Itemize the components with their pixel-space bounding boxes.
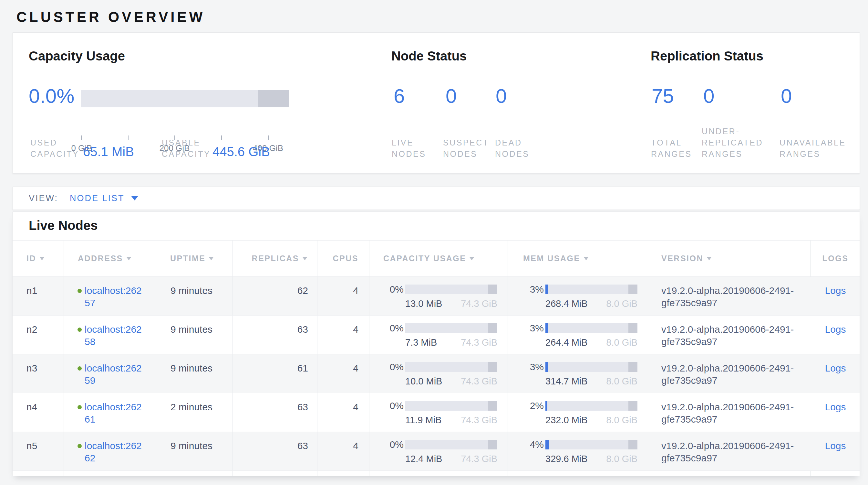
replication-status-title: Replication Status (651, 49, 764, 63)
node-version-cell: v19.2.0-alpha.20190606-2491-gfe735c9a97 (648, 393, 807, 432)
live-nodes-label: LIVE NODES (392, 137, 426, 160)
mem-usage-bar (546, 285, 638, 294)
node-mem-usage-cell: 3% 314.7 MiB 8.0 GiB (508, 354, 648, 393)
capacity-used-value: 7.3 MiB (405, 337, 437, 348)
mem-used-value: 268.4 MiB (546, 298, 588, 309)
node-cpus-cell: 4 (317, 316, 369, 354)
mem-used-value: 314.7 MiB (546, 376, 588, 387)
table-row: n2 localhost:26258 9 minutes 63 4 0% 7.3… (12, 316, 860, 354)
column-header-id[interactable]: ID (12, 240, 64, 277)
page-title: CLUSTER OVERVIEW (17, 9, 205, 25)
capacity-percent: 0.0% (29, 84, 74, 108)
node-cpus-cell: 4 (317, 432, 369, 470)
capacity-usage-bar (405, 362, 497, 372)
capacity-percent-label: 0% (390, 323, 404, 334)
capacity-used-value: 12.4 MiB (405, 454, 442, 464)
logs-link[interactable]: Logs (825, 285, 846, 315)
axis-tick (221, 136, 222, 140)
suspect-nodes-count: 0 (445, 84, 457, 108)
table-row: n1 localhost:26257 9 minutes 62 4 0% 13.… (12, 277, 860, 316)
column-header-address[interactable]: ADDRESS (64, 240, 156, 277)
node-version-cell: v19.2.0-alpha.20190606-2491-gfe735c9a97 (648, 316, 807, 354)
mem-max-value: 8.0 GiB (606, 298, 638, 309)
node-logs-cell: Logs (810, 316, 860, 354)
capacity-bar-reserved-segment (258, 90, 289, 107)
sort-caret-icon (707, 257, 712, 260)
axis-tick (128, 136, 128, 140)
node-replicas-cell: 63 (233, 393, 317, 432)
node-uptime-cell: 9 minutes (156, 316, 233, 354)
view-bar: VIEW: NODE LIST (12, 187, 860, 210)
node-address-cell: localhost:26259 (64, 354, 156, 393)
mem-usage-bar (546, 401, 638, 411)
column-header-version[interactable]: VERSION (648, 240, 810, 277)
capacity-used-value: 10.0 MiB (405, 376, 442, 387)
capacity-usage-bar (405, 401, 497, 411)
node-address-cell: localhost:26262 (64, 432, 156, 470)
capacity-usage-bar (405, 285, 497, 294)
suspect-nodes-label: SUSPECT NODES (443, 137, 489, 160)
node-uptime-cell: 9 minutes (156, 432, 233, 470)
column-header-cpus[interactable]: CPUS (317, 240, 369, 277)
logs-link[interactable]: Logs (825, 362, 846, 393)
node-logs-cell: Logs (810, 354, 860, 393)
node-address-link[interactable]: localhost:26261 (85, 401, 144, 426)
mem-usage-bar (546, 362, 638, 372)
node-uptime-cell: 9 minutes (156, 277, 233, 315)
node-replicas-cell: 62 (233, 277, 317, 315)
view-dropdown[interactable]: NODE LIST (70, 193, 138, 203)
column-header-logs: LOGS (810, 240, 860, 277)
capacity-max-value: 74.3 GiB (461, 454, 497, 464)
node-uptime-cell: 9 minutes (156, 354, 233, 393)
mem-usage-bar-reserved (628, 285, 638, 294)
node-id-cell: n3 (12, 354, 64, 393)
node-mem-usage-cell: 2% 232.0 MiB 8.0 GiB (508, 393, 648, 432)
column-header-replicas[interactable]: REPLICAS (233, 240, 317, 277)
mem-usage-bar-fill (546, 401, 547, 411)
node-address-link[interactable]: localhost:26257 (85, 285, 144, 309)
node-id-cell: n2 (12, 316, 64, 354)
logs-link[interactable]: Logs (825, 440, 846, 470)
live-nodes-count: 6 (394, 84, 405, 108)
capacity-max-value: 74.3 GiB (461, 376, 497, 387)
node-capacity-usage-cell: 0% 12.4 MiB 74.3 GiB (369, 432, 508, 470)
capacity-percent-label: 0% (390, 400, 404, 411)
mem-usage-bar-reserved (628, 440, 638, 450)
node-address-link[interactable]: localhost:26258 (85, 323, 144, 348)
column-header-uptime[interactable]: UPTIME (156, 240, 233, 277)
sort-caret-icon (302, 257, 307, 260)
view-dropdown-selected[interactable]: NODE LIST (70, 193, 125, 203)
mem-used-value: 329.6 MiB (546, 454, 588, 464)
node-capacity-usage-cell: 0% 11.9 MiB 74.3 GiB (369, 393, 508, 432)
node-mem-usage-cell: 3% 268.4 MiB 8.0 GiB (508, 277, 648, 315)
node-replicas-cell: 61 (233, 354, 317, 393)
capacity-used-value: 13.0 MiB (405, 298, 442, 309)
mem-usage-bar-fill (546, 323, 548, 333)
mem-percent-label: 2% (530, 400, 544, 411)
summary-card: Capacity Usage 0.0% 0 GiB 200 GiB 400 Gi… (12, 32, 860, 174)
logs-link[interactable]: Logs (825, 401, 846, 432)
node-replicas-cell: 63 (233, 316, 317, 354)
capacity-usage-bar-reserved (488, 285, 498, 294)
capacity-usage-bar-reserved (488, 440, 498, 450)
node-address-cell: localhost:26261 (64, 393, 156, 432)
sort-caret-icon (584, 257, 589, 260)
table-row: n5 localhost:26262 9 minutes 63 4 0% 12.… (12, 432, 860, 471)
used-capacity-label: USED CAPACITY (30, 137, 79, 160)
capacity-max-value: 74.3 GiB (461, 415, 497, 426)
node-logs-cell: Logs (810, 432, 860, 470)
logs-link[interactable]: Logs (825, 323, 846, 354)
column-header-capacity-usage[interactable]: CAPACITY USAGE (369, 240, 508, 277)
axis-tick (81, 136, 82, 140)
node-address-link[interactable]: localhost:26259 (85, 362, 144, 387)
node-address-cell: localhost:26258 (64, 316, 156, 354)
column-header-mem-usage[interactable]: MEM USAGE (508, 240, 648, 277)
view-label: VIEW: (29, 193, 58, 203)
under-replicated-ranges-count: 0 (703, 84, 714, 108)
mem-usage-bar-fill (546, 362, 548, 372)
node-id-cell: n4 (12, 393, 64, 432)
node-address-link[interactable]: localhost:26262 (85, 440, 144, 464)
dead-nodes-label: DEAD NODES (495, 137, 529, 160)
usable-capacity-label: USABLE CAPACITY (162, 137, 211, 160)
node-uptime-cell: 2 minutes (156, 393, 233, 432)
